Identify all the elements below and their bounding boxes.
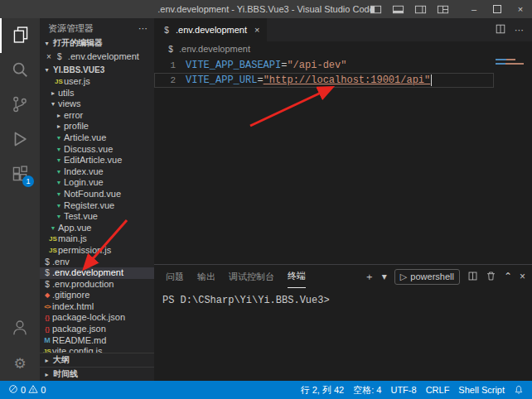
line-tokens: VITE_APP_BASEAPI="/api-dev" bbox=[186, 58, 346, 73]
chevron-right-icon: ▸ bbox=[54, 121, 64, 132]
tree-item-user.js[interactable]: JS user.js bbox=[40, 76, 154, 88]
panel-tab[interactable]: 终端 bbox=[288, 265, 306, 288]
tree-item-label: index.html bbox=[52, 301, 94, 313]
tab-env-development[interactable]: $ .env.development × bbox=[154, 18, 267, 41]
close-panel-icon[interactable]: × bbox=[520, 272, 525, 281]
js-file-icon: JS bbox=[48, 245, 58, 257]
vue-file-icon: ▼ bbox=[54, 177, 64, 189]
tree-item-Article.vue[interactable]: ▼ Article.vue bbox=[40, 132, 154, 144]
tree-item-label: vite.config.js bbox=[52, 346, 103, 353]
tree-item-EditArticle.vue[interactable]: ▼ EditArticle.vue bbox=[40, 155, 154, 166]
activity-extensions[interactable]: 1 bbox=[0, 157, 40, 192]
tree-item-vite.config.js[interactable]: JS vite.config.js bbox=[40, 346, 154, 353]
tree-item-label: package-lock.json bbox=[52, 312, 125, 324]
token-variable: VITE_APP_BASEAPI bbox=[186, 60, 281, 71]
minimize-button[interactable]: – bbox=[462, 0, 486, 18]
close-icon[interactable]: × bbox=[46, 52, 51, 61]
bottom-panel: 问题输出调试控制台终端 ＋ ▾ ▷ powershell ⌃ × PS D:\C… bbox=[154, 264, 532, 381]
tree-item-Register.vue[interactable]: ▼ Register.vue bbox=[40, 200, 154, 212]
timeline-header[interactable]: ▸ 时间线 bbox=[40, 367, 154, 381]
maximize-panel-icon[interactable]: ⌃ bbox=[504, 272, 512, 281]
tree-item-NotFound.vue[interactable]: ▼ NotFound.vue bbox=[40, 189, 154, 200]
tree-item-App.vue[interactable]: ▼ App.vue bbox=[40, 223, 154, 234]
tree-item-Login.vue[interactable]: ▼ Login.vue bbox=[40, 177, 154, 189]
tree-item-package-lock.json[interactable]: {} package-lock.json bbox=[40, 312, 154, 324]
outline-header[interactable]: ▸ 大纲 bbox=[40, 353, 154, 367]
panel-tab[interactable]: 调试控制台 bbox=[229, 265, 274, 288]
tree-item-label: Article.vue bbox=[64, 132, 106, 144]
vue-file-icon: ▼ bbox=[54, 155, 64, 166]
more-actions-icon[interactable]: ⋯ bbox=[138, 23, 148, 34]
tree-item-.env.production[interactable]: $ .env.production bbox=[40, 279, 154, 291]
tree-item-Test.vue[interactable]: ▼ Test.vue bbox=[40, 211, 154, 223]
text-cursor bbox=[431, 75, 432, 86]
code-line[interactable]: 2 VITE_APP_URL="http://localhost:19001/a… bbox=[154, 73, 494, 88]
cursor-position[interactable]: 行 2, 列 42 bbox=[301, 384, 345, 397]
tree-item-Index.vue[interactable]: ▼ Index.vue bbox=[40, 166, 154, 178]
tree-item-label: Index.vue bbox=[64, 166, 104, 178]
breadcrumb[interactable]: $ .env.development bbox=[154, 41, 532, 56]
open-editor-label: .env.development bbox=[68, 51, 139, 61]
tree-item-profile[interactable]: ▸ profile bbox=[40, 121, 154, 132]
tree-item-label: .env.production bbox=[52, 279, 114, 291]
open-editors-header[interactable]: ▾ 打开的编辑器 bbox=[40, 36, 154, 50]
token-string-link: "http://localhost:19001/api" bbox=[264, 75, 431, 86]
tree-item-package.json[interactable]: {} package.json bbox=[40, 324, 154, 335]
tree-item-.gitignore[interactable]: ◆ .gitignore bbox=[40, 290, 154, 301]
terminal-dropdown-icon[interactable]: ▾ bbox=[382, 272, 387, 281]
split-editor-icon[interactable] bbox=[495, 23, 506, 36]
maximize-button[interactable] bbox=[486, 0, 509, 18]
tree-item-label: package.json bbox=[52, 324, 106, 335]
editor-more-actions-icon[interactable]: ⋯ bbox=[515, 25, 524, 36]
token-string: "/api-dev" bbox=[287, 60, 346, 71]
tree-item-README.md[interactable]: M README.md bbox=[40, 335, 154, 347]
source-control-icon bbox=[11, 95, 29, 115]
activity-run-debug[interactable] bbox=[0, 123, 40, 157]
problems-status[interactable]: 0 0 bbox=[8, 384, 46, 396]
eol[interactable]: CRLF bbox=[426, 385, 450, 395]
file-tree: JS user.js ▸ utils ▾ views ▸ error ▸ pro… bbox=[40, 76, 154, 353]
activity-search[interactable] bbox=[0, 53, 40, 88]
encoding[interactable]: UTF-8 bbox=[390, 385, 416, 395]
panel-tab[interactable]: 问题 bbox=[166, 265, 184, 288]
window-title: .env.development - Yi.BBS.Vue3 - Visual … bbox=[157, 4, 375, 14]
tree-item-Discuss.vue[interactable]: ▼ Discuss.vue bbox=[40, 144, 154, 156]
tree-item-label: .env bbox=[52, 257, 70, 268]
tree-item-main.js[interactable]: JS main.js bbox=[40, 233, 154, 245]
code-editor[interactable]: 1 VITE_APP_BASEAPI="/api-dev" 2 VITE_APP… bbox=[154, 56, 532, 264]
new-terminal-icon[interactable]: ＋ bbox=[365, 272, 375, 281]
tree-item-label: Login.vue bbox=[64, 177, 104, 189]
toggle-secondary-sidebar-icon[interactable] bbox=[414, 3, 427, 16]
tab-close-icon[interactable]: × bbox=[254, 25, 259, 35]
tree-item-label: .gitignore bbox=[52, 290, 89, 301]
activity-settings[interactable]: ⚙ bbox=[0, 346, 40, 381]
toggle-panel-icon[interactable] bbox=[392, 3, 404, 16]
project-header[interactable]: ▾ YI.BBS.VUE3 bbox=[40, 63, 154, 76]
kill-terminal-icon[interactable] bbox=[486, 271, 496, 283]
tree-item-error[interactable]: ▸ error bbox=[40, 110, 154, 122]
panel-tab[interactable]: 输出 bbox=[197, 265, 215, 288]
customize-layout-icon[interactable] bbox=[437, 3, 449, 16]
tree-item-.env.development[interactable]: $ .env.development bbox=[40, 267, 154, 279]
tree-item-utils[interactable]: ▸ utils bbox=[40, 88, 154, 99]
shell-profile-button[interactable]: ▷ powershell bbox=[394, 269, 460, 285]
tree-item-.env[interactable]: $ .env bbox=[40, 257, 154, 268]
indentation[interactable]: 空格: 4 bbox=[353, 384, 381, 397]
activity-explorer[interactable] bbox=[0, 18, 40, 53]
activity-source-control[interactable] bbox=[0, 88, 40, 123]
activity-account[interactable] bbox=[0, 311, 40, 346]
tree-item-views[interactable]: ▾ views bbox=[40, 99, 154, 110]
code-line[interactable]: 1 VITE_APP_BASEAPI="/api-dev" bbox=[154, 58, 494, 73]
split-terminal-icon[interactable] bbox=[467, 271, 478, 283]
open-editor-item[interactable]: × $ .env.development bbox=[40, 50, 154, 63]
tree-item-label: Test.vue bbox=[64, 211, 98, 223]
tree-item-label: profile bbox=[64, 121, 89, 132]
explorer-sidebar: 资源管理器 ⋯ ▾ 打开的编辑器 × $ .env.development ▾ … bbox=[40, 18, 154, 381]
notifications-bell-icon[interactable] bbox=[514, 385, 524, 395]
minimap[interactable] bbox=[494, 56, 532, 264]
tree-item-index.html[interactable]: <> index.html bbox=[40, 301, 154, 313]
tree-item-permission.js[interactable]: JS permission.js bbox=[40, 245, 154, 257]
close-button[interactable]: × bbox=[509, 0, 532, 18]
terminal[interactable]: PS D:\CSharp\Yi\Yi.BBS.Vue3> bbox=[154, 288, 532, 381]
language-mode[interactable]: Shell Script bbox=[458, 385, 505, 395]
